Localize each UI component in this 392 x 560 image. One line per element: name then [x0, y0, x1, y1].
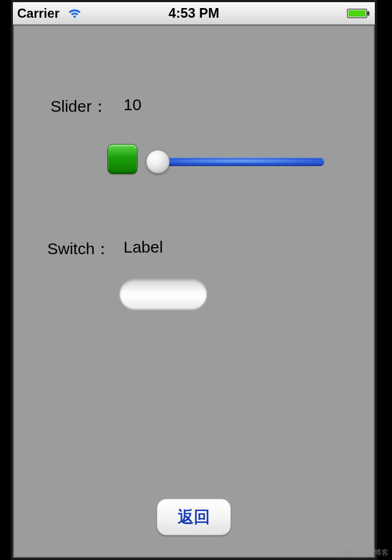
wifi-icon — [66, 7, 83, 20]
svg-rect-2 — [367, 11, 369, 16]
switch-control[interactable] — [119, 278, 207, 310]
slider-value-label: 10 — [124, 96, 141, 114]
back-button[interactable]: 返回 — [157, 499, 231, 535]
status-bar: Carrier 4:53 PM — [13, 2, 375, 25]
slider-thumb[interactable] — [146, 150, 170, 174]
content-area: Slider： 10 Switch： Label 返回 — [13, 25, 375, 558]
watermark: @51CTO博客 — [342, 548, 389, 558]
battery-icon — [347, 8, 371, 19]
device-frame: Carrier 4:53 PM Slider： 10 Switch： Label — [11, 0, 377, 560]
back-button-label: 返回 — [178, 506, 210, 528]
carrier-label: Carrier — [17, 6, 60, 21]
switch-value-label: Label — [124, 238, 163, 256]
slider-control[interactable] — [146, 154, 324, 170]
slider-track — [156, 157, 324, 166]
slider-min-icon — [107, 144, 137, 174]
slider-label: Slider： — [50, 96, 108, 118]
switch-label: Switch： — [47, 238, 111, 260]
svg-rect-1 — [349, 10, 366, 17]
status-time: 4:53 PM — [169, 5, 219, 21]
